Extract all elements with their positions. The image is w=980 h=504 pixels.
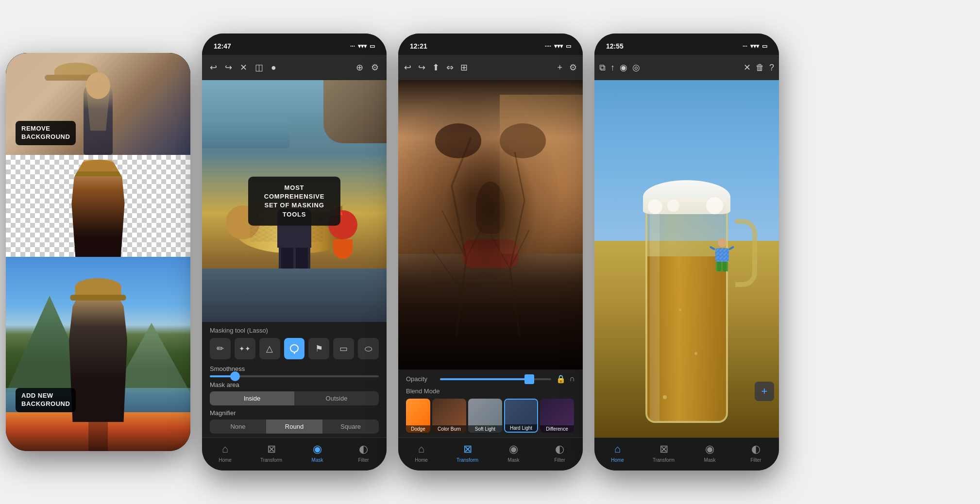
- status-icons-4: ··· ▾▾▾ ▭: [743, 43, 767, 50]
- blend-mode-hardlight[interactable]: Hard Light: [504, 399, 538, 433]
- tool-icons-row: ✏ ✦✦ △ ⚑ ▭ ⬭: [210, 338, 379, 359]
- blend-mode-difference[interactable]: Difference: [540, 399, 574, 433]
- link-icon: ∩: [570, 374, 575, 384]
- nav-filter-3[interactable]: ◐ Filter: [537, 441, 583, 465]
- phone-2-screen: 12:47 ··· ▾▾▾ ▭ ↩ ↪ ✕ ◫ ● ⊕ ⚙: [202, 34, 387, 470]
- help-button-4[interactable]: ?: [769, 63, 774, 73]
- nav-filter-2[interactable]: ◐ Filter: [340, 441, 387, 465]
- phone1-transparent-panel: [6, 155, 190, 257]
- wifi-icon-4: ▾▾▾: [750, 43, 759, 50]
- add-background-badge: ADD NEW BACKGROUND: [16, 388, 76, 412]
- opacity-slider[interactable]: [440, 378, 551, 380]
- double-exposure-image: [398, 80, 583, 370]
- masking-overlay-text: MOST COMPREHENSIVE SET OF MASKING TOOLS: [258, 184, 331, 219]
- redo-button-3[interactable]: ↪: [418, 62, 425, 73]
- flag-tool[interactable]: ⚑: [308, 338, 329, 359]
- pen-tool[interactable]: ✏: [210, 338, 231, 359]
- mask-outside-btn[interactable]: Outside: [294, 391, 379, 405]
- difference-label: Difference: [540, 425, 574, 433]
- add-layer-button-4[interactable]: +: [755, 382, 774, 401]
- dot-button-2[interactable]: ●: [271, 63, 276, 73]
- close-button-2[interactable]: ✕: [240, 62, 247, 73]
- toolbar-3: ↩ ↪ ⬆ ⇔ ⊞ + ⚙: [398, 55, 583, 80]
- masking-overlay: MOST COMPREHENSIVE SET OF MASKING TOOLS: [248, 177, 340, 226]
- dots-icon-4: ···: [743, 43, 747, 50]
- blend-mode-dodge[interactable]: Dodge: [406, 399, 430, 433]
- face-photo-bg: [398, 80, 583, 370]
- magnifier-round-btn[interactable]: Round: [266, 420, 322, 434]
- blend-mode-label: Blend Mode: [406, 387, 575, 395]
- crop-button-3[interactable]: ⊞: [460, 62, 468, 73]
- close-cross-button-4[interactable]: ✕: [743, 62, 751, 73]
- nav-transform-4[interactable]: ⊠ Transform: [641, 441, 687, 465]
- filter-icon-4: ◐: [751, 443, 760, 455]
- dots-icon-2: ···: [350, 43, 355, 50]
- mask-inside-btn[interactable]: Inside: [210, 391, 294, 405]
- undo-button-2[interactable]: ↩: [210, 62, 217, 73]
- beer-composite-image: +: [594, 80, 779, 437]
- wifi-icon-3: ▾▾▾: [554, 43, 563, 50]
- settings-button-2[interactable]: ⚙: [371, 62, 379, 73]
- transform-icon-4: ⊠: [659, 443, 668, 455]
- polygon-tool[interactable]: △: [259, 338, 280, 359]
- toolbar-4: ⧉ ↑ ◉ ◎ ✕ 🗑 ?: [594, 55, 779, 80]
- opacity-label: Opacity: [406, 375, 435, 383]
- invert-button-2[interactable]: ◫: [255, 62, 263, 73]
- flip-button-3[interactable]: ⇔: [446, 62, 454, 73]
- nav-home-4[interactable]: ⌂ Home: [594, 441, 641, 465]
- phone-2: 12:47 ··· ▾▾▾ ▭ ↩ ↪ ✕ ◫ ● ⊕ ⚙: [202, 34, 387, 470]
- nav-home-2[interactable]: ⌂ Home: [202, 441, 248, 465]
- settings-button-3[interactable]: ⚙: [569, 62, 577, 73]
- nav-transform-2[interactable]: ⊠ Transform: [248, 441, 294, 465]
- mask-body-button-4[interactable]: ◎: [632, 62, 640, 73]
- nav-filter-4[interactable]: ◐ Filter: [733, 441, 779, 465]
- blend-mode-scroll: Dodge Color Burn Soft Light Hard Light: [406, 399, 575, 433]
- softlight-label: Soft Light: [468, 425, 502, 433]
- filter-icon-3: ◐: [555, 443, 564, 455]
- share-button-4[interactable]: ↑: [610, 63, 615, 73]
- lasso-tool[interactable]: [284, 338, 305, 359]
- undo-button-3[interactable]: ↩: [404, 62, 411, 73]
- status-bar-2: 12:47 ··· ▾▾▾ ▭: [202, 34, 387, 55]
- status-bar-3: 12:21 ···· ▾▾▾ ▭: [398, 34, 583, 55]
- mask-icon-3: ◉: [509, 443, 518, 455]
- duplicate-button-4[interactable]: ⧉: [599, 63, 606, 73]
- dots-icon-3: ····: [545, 43, 551, 50]
- lock-icon: 🔒: [556, 374, 566, 384]
- mask-face-button-4[interactable]: ◉: [620, 62, 627, 73]
- phone-4-screen: 12:55 ··· ▾▾▾ ▭ ⧉ ↑ ◉ ◎ ✕ 🗑 ?: [594, 34, 779, 470]
- smoothness-slider[interactable]: [210, 375, 379, 377]
- nav-mask-3[interactable]: ◉ Mask: [490, 441, 537, 465]
- toolbar-2: ↩ ↪ ✕ ◫ ● ⊕ ⚙: [202, 55, 387, 80]
- magnifier-row: Magnifier None Round Square: [210, 409, 379, 434]
- bottom-nav-2: ⌂ Home ⊠ Transform ◉ Mask ◐ Filter: [202, 437, 387, 470]
- smoothness-row: Smoothness: [210, 365, 379, 377]
- nav-mask-4[interactable]: ◉ Mask: [687, 441, 733, 465]
- home-icon-3: ⌂: [418, 443, 424, 455]
- person-button-3[interactable]: ⬆: [432, 62, 439, 73]
- bottom-nav-3: ⌂ Home ⊠ Transform ◉ Mask ◐ Filter: [398, 437, 583, 470]
- nav-transform-3[interactable]: ⊠ Transform: [444, 441, 490, 465]
- status-bar-4: 12:55 ··· ▾▾▾ ▭: [594, 34, 779, 55]
- ellipse-tool[interactable]: ⬭: [358, 338, 379, 359]
- smart-brush-tool[interactable]: ✦✦: [235, 338, 255, 359]
- redo-button-2[interactable]: ↪: [225, 62, 232, 73]
- zoom-button-2[interactable]: ⊕: [356, 62, 363, 73]
- phone-1: REMOVE BACKGROUND ADD NEW B: [6, 53, 190, 451]
- status-time-2: 12:47: [214, 42, 231, 50]
- dodge-label: Dodge: [406, 425, 430, 433]
- nav-home-3[interactable]: ⌂ Home: [398, 441, 444, 465]
- plus-button-3[interactable]: +: [557, 63, 562, 73]
- blend-mode-colorburn[interactable]: Color Burn: [432, 399, 466, 433]
- rect-tool[interactable]: ▭: [333, 338, 354, 359]
- delete-button-4[interactable]: 🗑: [756, 63, 764, 73]
- magnifier-square-btn[interactable]: Square: [322, 420, 379, 434]
- bottom-nav-4: ⌂ Home ⊠ Transform ◉ Mask ◐ Filter: [594, 437, 779, 470]
- nav-mask-2[interactable]: ◉ Mask: [294, 441, 340, 465]
- phone1-top-panel: REMOVE BACKGROUND: [6, 53, 190, 155]
- blend-mode-softlight[interactable]: Soft Light: [468, 399, 502, 433]
- main-image-2: MOST COMPREHENSIVE SET OF MASKING TOOLS: [202, 80, 387, 322]
- magnifier-none-btn[interactable]: None: [210, 420, 266, 434]
- mask-area-row: Mask area Inside Outside: [210, 381, 379, 405]
- mask-icon-4: ◉: [705, 443, 714, 455]
